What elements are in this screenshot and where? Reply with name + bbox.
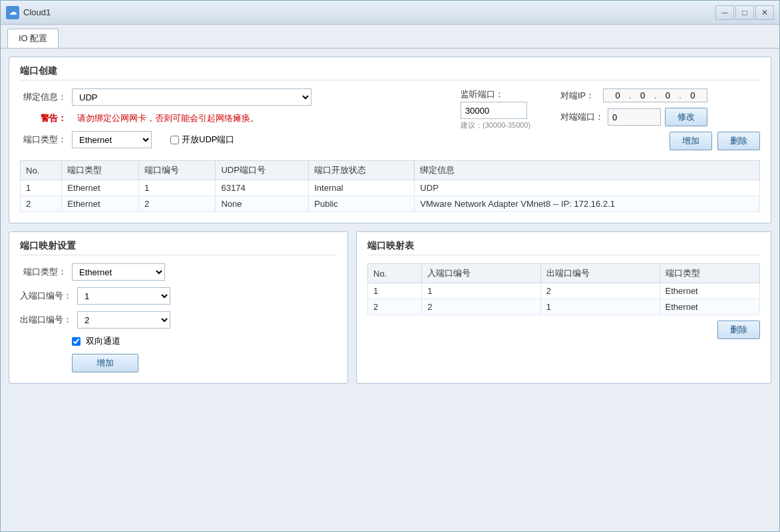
ip-seg-2[interactable] bbox=[633, 90, 653, 100]
remote-port-label: 对端端口： bbox=[560, 111, 604, 123]
add-port-button[interactable]: 增加 bbox=[670, 132, 712, 150]
col-state: 端口开放状态 bbox=[309, 161, 415, 180]
listen-port-input[interactable]: 30000 bbox=[461, 102, 527, 119]
warning-label: 警告： bbox=[20, 112, 67, 124]
remote-port-row: 对端端口： 修改 bbox=[560, 108, 760, 126]
bottom-panels: 端口映射设置 端口类型： Ethernet Serial 入端口编号： 1 2 bbox=[9, 231, 771, 392]
window-title: Cloud1 bbox=[23, 7, 51, 17]
port-creation-section: 端口创建 绑定信息： UDP TCP 警告： 请勿绑定公网 bbox=[9, 57, 771, 223]
col-bind: 绑定信息 bbox=[415, 161, 760, 180]
map-col-type: 端口类型 bbox=[660, 264, 759, 283]
map-col-out: 出端口编号 bbox=[540, 264, 660, 283]
listen-port-label: 监听端口： bbox=[461, 88, 547, 100]
close-button[interactable]: ✕ bbox=[755, 5, 774, 20]
table-row[interactable]: 2 Ethernet 2 None Public VMware Network … bbox=[21, 196, 760, 212]
port-type-select[interactable]: Ethernet Serial bbox=[72, 131, 152, 148]
out-port-label: 出端口编号： bbox=[20, 314, 72, 326]
remote-ip-field: . . . bbox=[603, 88, 707, 102]
bind-info-row: 绑定信息： UDP TCP bbox=[20, 88, 447, 106]
mapping-table: No. 入端口编号 出端口编号 端口类型 1 1 2 Ethernet 2 2 … bbox=[367, 263, 760, 315]
open-udp-checkbox-row: 开放UDP端口 bbox=[170, 134, 234, 146]
tab-io-config[interactable]: IO 配置 bbox=[7, 29, 59, 48]
map-col-no: No. bbox=[368, 264, 422, 283]
out-port-row: 出端口编号： 1 2 bbox=[20, 311, 337, 329]
add-mapping-button[interactable]: 增加 bbox=[72, 354, 138, 372]
modify-button[interactable]: 修改 bbox=[665, 108, 707, 126]
remote-port-input[interactable] bbox=[608, 108, 661, 126]
col-number: 端口编号 bbox=[138, 161, 216, 180]
bidirectional-checkbox[interactable] bbox=[72, 337, 81, 346]
col-type: 端口类型 bbox=[62, 161, 139, 180]
port-mapping-table-title: 端口映射表 bbox=[367, 240, 760, 255]
title-buttons: ─ □ ✕ bbox=[715, 5, 774, 20]
port-creation-title: 端口创建 bbox=[20, 65, 760, 80]
middle-form: 监听端口： 30000 建议：(30000-35000) bbox=[461, 88, 547, 155]
delete-mapping-button[interactable]: 删除 bbox=[717, 321, 760, 339]
ip-seg-3[interactable] bbox=[658, 90, 678, 100]
port-mapping-title: 端口映射设置 bbox=[20, 240, 337, 255]
listen-port-hint: 建议：(30000-35000) bbox=[461, 120, 547, 130]
in-port-label: 入端口编号： bbox=[20, 290, 72, 302]
port-mapping-table-section: 端口映射表 No. 入端口编号 出端口编号 端口类型 1 1 2 Etherne… bbox=[356, 231, 771, 384]
remote-ip-row: 对端IP： . . . bbox=[560, 88, 760, 102]
ip-seg-1[interactable] bbox=[608, 90, 628, 100]
open-udp-checkbox[interactable] bbox=[170, 136, 179, 144]
mapping-port-type-row: 端口类型： Ethernet Serial bbox=[20, 263, 337, 281]
app-icon: ☁ bbox=[6, 6, 19, 19]
port-type-label: 端口类型： bbox=[20, 134, 67, 146]
mapping-port-type-label: 端口类型： bbox=[20, 266, 67, 278]
warning-text: 请勿绑定公网网卡，否则可能会引起网络瘫痪。 bbox=[77, 112, 259, 124]
in-port-row: 入端口编号： 1 2 bbox=[20, 287, 337, 305]
port-type-row: 端口类型： Ethernet Serial 开放UDP端口 bbox=[20, 131, 447, 148]
minimize-button[interactable]: ─ bbox=[715, 5, 734, 20]
bidirectional-row: 双向通道 bbox=[72, 335, 337, 347]
in-port-select[interactable]: 1 2 bbox=[77, 287, 170, 305]
out-port-select[interactable]: 1 2 bbox=[77, 311, 170, 329]
col-udp-port: UDP端口号 bbox=[216, 161, 309, 180]
bind-label: 绑定信息： bbox=[20, 91, 67, 103]
title-bar: ☁ Cloud1 ─ □ ✕ bbox=[1, 1, 779, 25]
ip-seg-4[interactable] bbox=[683, 90, 703, 100]
table-row[interactable]: 2 2 1 Ethernet bbox=[368, 299, 760, 315]
listen-port-section: 监听端口： 30000 建议：(30000-35000) bbox=[461, 88, 547, 130]
mapping-port-type-select[interactable]: Ethernet Serial bbox=[72, 263, 165, 281]
map-col-in: 入端口编号 bbox=[422, 264, 541, 283]
left-form: 绑定信息： UDP TCP 警告： 请勿绑定公网网卡，否则可能会引起网络瘫痪。 … bbox=[20, 88, 447, 155]
tab-bar: IO 配置 bbox=[1, 25, 779, 49]
col-no: No. bbox=[21, 161, 62, 180]
title-bar-left: ☁ Cloud1 bbox=[6, 6, 51, 19]
add-delete-row: 增加 删除 bbox=[560, 132, 760, 150]
table-row[interactable]: 1 Ethernet 1 63174 Internal UDP bbox=[21, 180, 760, 196]
port-creation-form: 绑定信息： UDP TCP 警告： 请勿绑定公网网卡，否则可能会引起网络瘫痪。 … bbox=[20, 88, 760, 155]
delete-port-button[interactable]: 删除 bbox=[717, 132, 760, 150]
remote-ip-label: 对端IP： bbox=[560, 90, 600, 102]
bidirectional-label[interactable]: 双向通道 bbox=[86, 335, 120, 347]
maximize-button[interactable]: □ bbox=[735, 5, 754, 20]
open-udp-label[interactable]: 开放UDP端口 bbox=[182, 134, 234, 146]
bind-select[interactable]: UDP TCP bbox=[72, 88, 311, 106]
warning-row: 警告： 请勿绑定公网网卡，否则可能会引起网络瘫痪。 bbox=[20, 112, 447, 124]
content-area: 端口创建 绑定信息： UDP TCP 警告： 请勿绑定公网 bbox=[1, 49, 779, 531]
port-table: No. 端口类型 端口编号 UDP端口号 端口开放状态 绑定信息 1 Ether… bbox=[20, 160, 760, 212]
main-window: ☁ Cloud1 ─ □ ✕ IO 配置 端口创建 绑定信息： bbox=[0, 0, 780, 532]
right-form: 对端IP： . . . 对端端口： bbox=[560, 88, 760, 155]
port-mapping-section: 端口映射设置 端口类型： Ethernet Serial 入端口编号： 1 2 bbox=[9, 231, 348, 384]
table-row[interactable]: 1 1 2 Ethernet bbox=[368, 283, 760, 299]
